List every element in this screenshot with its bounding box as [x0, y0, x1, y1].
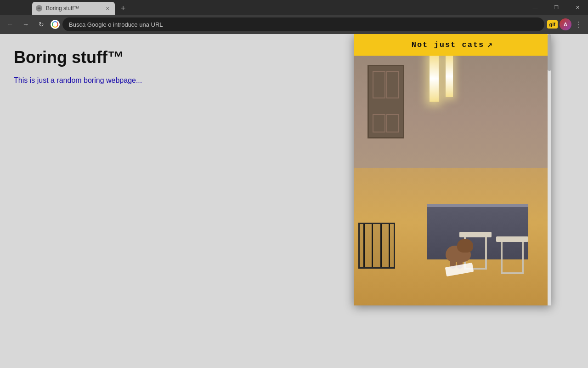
- window-controls: — ❐ ✕: [525, 0, 588, 15]
- minimize-button[interactable]: —: [525, 0, 546, 15]
- stool-top-1: [496, 236, 528, 242]
- popup-panel: Not just cats ↗: [354, 34, 551, 305]
- page-content: Boring stuff™ This is just a random bori…: [0, 34, 588, 368]
- door-panel-tl: [373, 71, 385, 98]
- subtitle-text: This is just a: [14, 76, 57, 84]
- new-tab-button[interactable]: +: [117, 2, 130, 15]
- popup-image: [354, 56, 551, 305]
- active-tab[interactable]: Boring stuff™ ✕: [32, 2, 115, 15]
- popup-scrollbar-thumb[interactable]: [548, 34, 551, 71]
- back-button[interactable]: ←: [4, 18, 17, 31]
- url-text: Busca Google o introduce una URL: [69, 21, 163, 28]
- url-bar[interactable]: Busca Google o introduce una URL: [62, 17, 544, 31]
- door-panel-br: [386, 114, 399, 132]
- subtitle-random: random: [57, 76, 81, 84]
- not-just-cats-button[interactable]: Not just cats ↗: [354, 34, 551, 56]
- tab-close-button[interactable]: ✕: [104, 5, 111, 12]
- dog-head: [457, 239, 473, 253]
- subtitle-rest: boring webpage...: [82, 76, 142, 84]
- door: [368, 65, 404, 138]
- avatar[interactable]: A: [560, 18, 571, 30]
- stool-1: [496, 236, 528, 278]
- tab-favicon-icon: [36, 5, 42, 12]
- menu-button[interactable]: ⋮: [573, 18, 584, 31]
- stool-legs-1: [501, 242, 524, 274]
- titlebar: Boring stuff™ ✕ + — ❐ ✕: [0, 0, 588, 15]
- maximize-button[interactable]: ❐: [546, 0, 567, 15]
- tab-area: Boring stuff™ ✕ +: [0, 0, 130, 15]
- gif-button[interactable]: gif: [547, 20, 558, 29]
- external-link-icon: ↗: [487, 41, 493, 49]
- door-panel-bl: [373, 114, 385, 132]
- google-icon: [51, 20, 60, 29]
- google-logo: [52, 21, 58, 28]
- toolbar-right: gif A ⋮: [547, 18, 584, 31]
- tab-title: Boring stuff™: [46, 5, 100, 12]
- popup-btn-label: Not just cats: [412, 40, 485, 49]
- room-scene: [354, 56, 551, 305]
- pendant-light-1: [430, 56, 439, 102]
- addressbar: ← → ↻ Busca Google o introduce una URL g…: [0, 15, 588, 34]
- forward-button[interactable]: →: [19, 18, 32, 31]
- popup-scrollbar[interactable]: [548, 34, 551, 305]
- door-panel-tr: [386, 71, 399, 98]
- pendant-light-2: [446, 56, 453, 97]
- crate-bars: [360, 224, 394, 267]
- dog-crate: [358, 223, 395, 269]
- close-button[interactable]: ✕: [567, 0, 588, 15]
- refresh-button[interactable]: ↻: [35, 18, 48, 31]
